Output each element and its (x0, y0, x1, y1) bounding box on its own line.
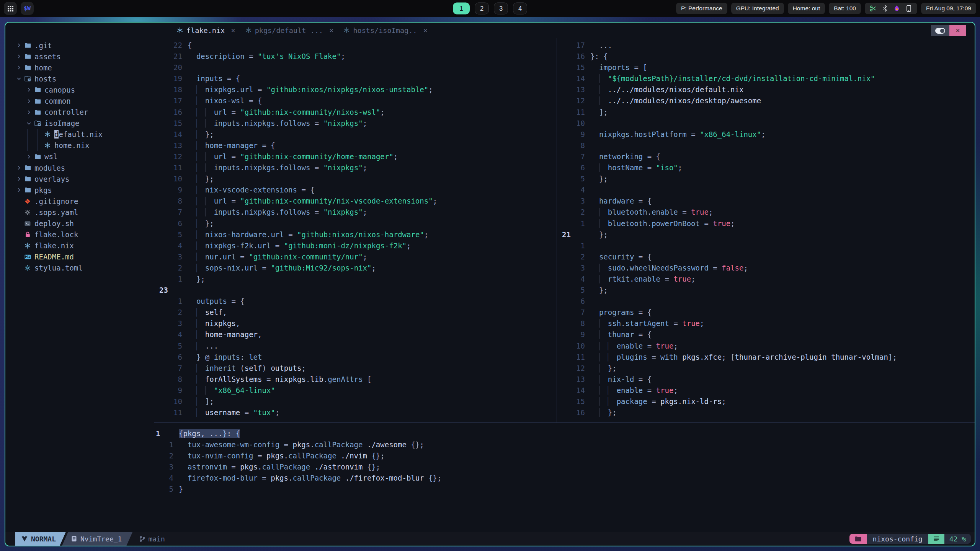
code-line[interactable]: 4 firefox-mod-blur = pkgs.callPackage ./… (154, 473, 975, 484)
workspace-button-3[interactable]: 3 (494, 3, 508, 15)
code-line[interactable]: 8 ▏ forAllSystems = nixpkgs.lib.genAttrs… (154, 374, 557, 385)
code-line[interactable]: 16}: { (557, 51, 975, 62)
code-line[interactable]: 18 ▏ nixpkgs.url = "github:nixos/nixpkgs… (154, 84, 557, 95)
code-line[interactable]: 8 (557, 140, 975, 151)
tree-item-common[interactable]: common (5, 95, 154, 106)
code-line[interactable]: 4 ▏ nixpkgs-f2k.url = "github:moni-dz/ni… (154, 240, 557, 251)
status-badge[interactable]: P: Performance (676, 3, 727, 14)
code-line[interactable]: 20 (154, 62, 557, 73)
window-separator-vertical-tree[interactable] (154, 38, 154, 533)
tree-item-home[interactable]: home (5, 62, 154, 73)
code-line[interactable]: 9 ▏ thunar = { (557, 329, 975, 340)
code-line[interactable]: 5 ▏ nixos-hardware.url = "github:nixos/n… (154, 229, 557, 240)
code-line[interactable]: 19 inputs = { (154, 73, 557, 84)
workspace-button-1[interactable]: 1 (453, 3, 470, 15)
code-line[interactable]: 1 }; (154, 274, 557, 285)
git-branch-segment[interactable]: main (139, 532, 165, 546)
code-line[interactable]: 10 ▏ }; (154, 173, 557, 184)
code-line[interactable]: 13 ▏ nix-ld = { (557, 374, 975, 385)
code-line[interactable]: 3 ▏ nixpkgs, (154, 318, 557, 329)
code-line[interactable]: 9 ▏ nix-vscode-extensions = { (154, 184, 557, 196)
code-line[interactable]: 4 ▏ home-manager, (154, 329, 557, 340)
buffer-tab[interactable]: flake.nix× (177, 26, 235, 34)
code-line[interactable]: 2 security = { (557, 251, 975, 262)
tab-close-icon[interactable]: × (423, 26, 427, 34)
code-line[interactable]: 15 ▏ ▏ inputs.nixpkgs.follows = "nixpkgs… (154, 118, 557, 129)
workspace-button-2[interactable]: 2 (475, 3, 489, 15)
flame-icon[interactable] (893, 5, 900, 12)
tree-item--gitignore[interactable]: .gitignore (5, 196, 154, 207)
tree-item-flake-nix[interactable]: flake.nix (5, 240, 154, 251)
status-badge[interactable]: GPU: Integrated (731, 3, 784, 14)
code-line[interactable]: 4 ▏ rtkit.enable = true; (557, 274, 975, 285)
code-line[interactable]: 10 (557, 118, 975, 129)
editor-pane-pkgs-default-nix[interactable]: 1{pkgs, ...}: {1 tux-awesome-wm-config =… (154, 423, 975, 533)
window-separator-horizontal[interactable] (154, 422, 975, 423)
code-line[interactable]: 8 ▏ ▏ url = "github:nix-community/nix-vs… (154, 196, 557, 207)
code-line[interactable]: 7 ▏ ▏ inputs.nixpkgs.follows = "nixpkgs"… (154, 207, 557, 218)
code-line[interactable]: 7 networking = { (557, 151, 975, 162)
code-line[interactable]: 13 ▏ home-manager = { (154, 140, 557, 151)
code-line[interactable]: 12 ▏ ▏ url = "github:nix-community/home-… (154, 151, 557, 162)
tree-item-assets[interactable]: assets (5, 51, 154, 62)
code-line[interactable]: 3 hardware = { (557, 196, 975, 207)
scissors-icon[interactable] (870, 5, 877, 12)
code-line[interactable]: 5 }; (557, 285, 975, 296)
code-line[interactable]: 1 (557, 240, 975, 251)
code-line[interactable]: 13 ▏ ../../modules/nixos/default.nix (557, 84, 975, 95)
code-line[interactable]: 12 ▏ ../../modules/nixos/desktop/awesome (557, 95, 975, 106)
clock[interactable]: Fri Aug 09, 17:09 (921, 3, 976, 14)
status-badge[interactable]: Home: out (788, 3, 825, 14)
code-line[interactable]: 14 ▏ ▏ enable = true; (557, 385, 975, 396)
tree-item-overlays[interactable]: overlays (5, 173, 154, 184)
code-line[interactable]: 2 ▏ self, (154, 307, 557, 318)
code-line[interactable]: 14 ▏ "${modulesPath}/installer/cd-dvd/in… (557, 73, 975, 84)
tab-close-icon[interactable]: × (329, 26, 333, 34)
tree-item-pkgs[interactable]: pkgs (5, 184, 154, 196)
code-line[interactable]: 23 (154, 285, 557, 296)
code-line[interactable]: 11 ]; (557, 107, 975, 118)
code-line[interactable]: 6 ▏ }; (154, 218, 557, 229)
tree-item--sops-yaml[interactable]: .sops.yaml (5, 207, 154, 218)
window-close-button[interactable]: × (949, 25, 966, 36)
code-line[interactable]: 10 ▏ ▏ enable = true; (557, 341, 975, 352)
code-line[interactable]: 16 ▏ ▏ url = "github:nix-community/nixos… (154, 107, 557, 118)
code-line[interactable]: 6 (557, 296, 975, 307)
code-line[interactable]: 5 }; (557, 173, 975, 184)
code-line[interactable]: 1 ▏ bluetooth.powerOnBoot = true; (557, 218, 975, 229)
tree-item-flake-lock[interactable]: flake.lock (5, 229, 154, 240)
code-line[interactable]: 3 ▏ sudo.wheelNeedsPassword = false; (557, 262, 975, 274)
window-separator-vertical-panes[interactable] (557, 38, 557, 423)
code-line[interactable]: 11 ▏ ▏ plugins = with pkgs.xfce; [thunar… (557, 352, 975, 363)
code-line[interactable]: 21 }; (557, 229, 975, 240)
code-line[interactable]: 5} (154, 484, 975, 495)
code-line[interactable]: 1 tux-awesome-wm-config = pkgs.callPacka… (154, 439, 975, 450)
code-line[interactable]: 1{pkgs, ...}: { (154, 428, 975, 439)
tree-item-isoimage[interactable]: isoImage (5, 118, 154, 129)
code-line[interactable]: 7 programs = { (557, 307, 975, 318)
tree-item-stylua-toml[interactable]: stylua.toml (5, 262, 154, 274)
code-line[interactable]: 12 ▏ }; (557, 363, 975, 374)
code-line[interactable]: 6 } @ inputs: let (154, 352, 557, 363)
code-line[interactable]: 3 astronvim = pkgs.callPackage ./astronv… (154, 461, 975, 473)
code-line[interactable]: 10 ▏ ]; (154, 396, 557, 407)
tree-item-hosts[interactable]: hosts (5, 73, 154, 84)
code-line[interactable]: 16 ▏ }; (557, 407, 975, 418)
status-badge[interactable]: Bat: 100 (829, 3, 861, 14)
code-line[interactable]: 17 ▏ nixos-wsl = { (154, 95, 557, 106)
buffer-tab[interactable]: pkgs/default ...× (245, 26, 334, 34)
code-line[interactable]: 4 (557, 184, 975, 196)
awesome-wm-logo[interactable]: $W (21, 2, 34, 15)
tree-item-default-nix[interactable]: default.nix (5, 129, 154, 140)
code-line[interactable]: 11 ▏ username = "tux"; (154, 407, 557, 418)
tree-item-modules[interactable]: modules (5, 162, 154, 173)
bluetooth-icon[interactable] (882, 5, 889, 12)
code-line[interactable]: 1 outputs = { (154, 296, 557, 307)
phone-icon[interactable] (905, 5, 912, 12)
tree-item-controller[interactable]: controller (5, 107, 154, 118)
tree-item-canopus[interactable]: canopus (5, 84, 154, 95)
code-line[interactable]: 6 ▏ hostName = "iso"; (557, 162, 975, 173)
tree-item-home-nix[interactable]: home.nix (5, 140, 154, 151)
tree-item--git[interactable]: .git (5, 40, 154, 51)
code-line[interactable]: 22{ (154, 40, 557, 51)
